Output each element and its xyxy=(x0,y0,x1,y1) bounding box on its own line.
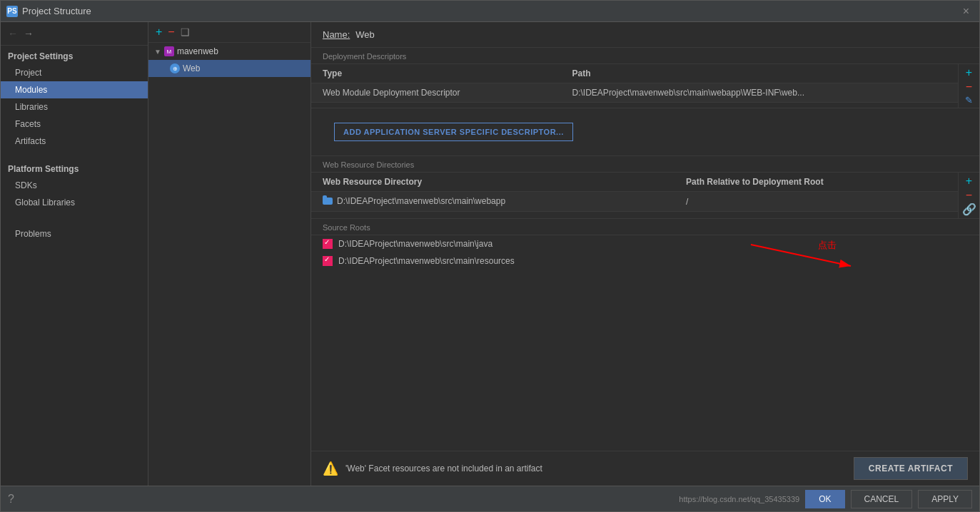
project-structure-window: PS Project Structure × ← → Project Setti… xyxy=(0,0,980,512)
content-panel: Name: Web Deployment Descriptors Type Pa… xyxy=(311,22,979,486)
deployment-section-title: Deployment Descriptors xyxy=(311,48,979,64)
checkbox-java[interactable] xyxy=(323,239,333,249)
sidebar-item-sdks[interactable]: SDKs xyxy=(1,177,148,194)
title-bar: PS Project Structure × xyxy=(1,1,979,22)
sidebar-item-problems[interactable]: Problems xyxy=(1,225,148,242)
tree-root-node[interactable]: ▼ M mavenweb xyxy=(148,43,310,60)
add-descriptor-button[interactable]: ADD APPLICATION SERVER SPECIFIC DESCRIPT… xyxy=(334,123,573,141)
name-value: Web xyxy=(355,29,375,40)
folder-icon xyxy=(323,198,333,205)
project-settings-label: Project Settings xyxy=(1,46,148,64)
deployment-table: Type Path Web Module Deployment Descript… xyxy=(311,64,958,103)
tree-root-label: mavenweb xyxy=(177,46,218,56)
window-title: Project Structure xyxy=(22,6,91,16)
warning-text: 'Web' Facet resources are not included i… xyxy=(345,464,847,473)
main-content: ← → Project Settings Project Modules Lib… xyxy=(1,22,979,486)
url-bar: https://blog.csdn.net/qq_35435339 xyxy=(679,495,799,503)
nav-arrows: ← → xyxy=(1,22,148,46)
add-web-resource-icon[interactable]: + xyxy=(966,175,972,187)
web-icon: ⊕ xyxy=(170,63,180,73)
tree-toolbar: + − ❑ xyxy=(148,22,310,43)
source-root-row-2: D:\IDEAProject\mavenweb\src\main\resourc… xyxy=(311,252,979,270)
edit-descriptor-icon[interactable]: ✎ xyxy=(965,96,973,105)
title-bar-left: PS Project Structure xyxy=(6,6,91,17)
warning-icon: ⚠️ xyxy=(323,461,338,476)
bottom-actions: https://blog.csdn.net/qq_35435339 OK CAN… xyxy=(679,490,972,508)
close-button[interactable]: × xyxy=(959,4,974,19)
sidebar-item-modules[interactable]: Modules xyxy=(1,81,148,98)
tree-web-label: Web xyxy=(183,63,200,73)
row-type: Web Module Deployment Descriptor xyxy=(311,83,561,103)
source-path-resources: D:\IDEAProject\mavenweb\src\main\resourc… xyxy=(338,256,515,266)
table-row[interactable]: D:\IDEAProject\mavenweb\src\main\webapp … xyxy=(311,192,958,212)
remove-descriptor-icon[interactable]: − xyxy=(966,81,972,93)
source-roots-section-title: Source Roots xyxy=(311,219,979,235)
annotation-arrow xyxy=(722,241,865,277)
table-row[interactable]: Web Module Deployment Descriptor D:\IDEA… xyxy=(311,83,958,103)
source-path-java: D:\IDEAProject\mavenweb\src\main\java xyxy=(338,239,492,249)
col-web-directory: Web Resource Directory xyxy=(311,173,675,192)
warning-bar: ⚠️ 'Web' Facet resources are not include… xyxy=(311,451,979,486)
col-relative-path: Path Relative to Deployment Root xyxy=(675,173,958,192)
web-resource-table-main: Web Resource Directory Path Relative to … xyxy=(311,173,958,218)
bottom-bar: ? https://blog.csdn.net/qq_35435339 OK C… xyxy=(1,486,979,511)
web-resource-table: Web Resource Directory Path Relative to … xyxy=(311,173,958,212)
col-path: Path xyxy=(561,64,958,83)
app-icon: PS xyxy=(6,6,18,17)
ok-button[interactable]: OK xyxy=(805,490,844,508)
tree-web-node[interactable]: ⊕ Web xyxy=(148,60,310,77)
content-header: Name: Web xyxy=(311,22,979,48)
deployment-table-main: Type Path Web Module Deployment Descript… xyxy=(311,64,958,108)
forward-arrow[interactable]: → xyxy=(22,26,35,41)
web-dir-path: D:\IDEAProject\mavenweb\src\main\webapp xyxy=(311,192,675,212)
web-resource-action-buttons: + − 🔗 xyxy=(958,173,979,218)
sidebar-item-global-libraries[interactable]: Global Libraries xyxy=(1,194,148,211)
web-resource-section-title: Web Resource Directories xyxy=(311,156,979,173)
tree-add-button[interactable]: + xyxy=(154,26,163,39)
relative-path: / xyxy=(675,192,958,212)
cancel-button[interactable]: CANCEL xyxy=(851,490,913,508)
svg-line-1 xyxy=(751,245,851,266)
chevron-down-icon: ▼ xyxy=(154,48,161,56)
row-path: D:\IDEAProject\mavenweb\src\main\webapp\… xyxy=(561,83,958,103)
platform-settings-label: Platform Settings xyxy=(1,158,148,177)
tree-panel: + − ❑ ▼ M mavenweb ⊕ Web xyxy=(148,22,311,486)
table-action-buttons: + − ✎ xyxy=(958,64,979,108)
sidebar-item-facets[interactable]: Facets xyxy=(1,116,148,133)
module-icon: M xyxy=(164,46,174,56)
add-descriptor-icon[interactable]: + xyxy=(966,67,972,78)
sidebar-item-libraries[interactable]: Libraries xyxy=(1,98,148,116)
name-label: Name: xyxy=(323,29,350,40)
create-artifact-button[interactable]: CREATE ARTIFACT xyxy=(854,457,968,480)
checkbox-resources[interactable] xyxy=(323,256,333,266)
link-icon[interactable]: 🔗 xyxy=(962,204,976,215)
sidebar-item-artifacts[interactable]: Artifacts xyxy=(1,133,148,150)
deployment-table-container: Type Path Web Module Deployment Descript… xyxy=(311,64,979,108)
web-resource-table-container: Web Resource Directory Path Relative to … xyxy=(311,173,979,219)
sidebar-item-project[interactable]: Project xyxy=(1,64,148,81)
annotation-area: 点击 D:\IDEAProject\mavenweb\src\main\java xyxy=(311,235,979,270)
content-scrollable: Deployment Descriptors Type Path xyxy=(311,48,979,451)
back-arrow[interactable]: ← xyxy=(6,26,19,41)
source-root-row-1: D:\IDEAProject\mavenweb\src\main\java xyxy=(311,235,979,252)
sidebar: ← → Project Settings Project Modules Lib… xyxy=(1,22,148,486)
help-button[interactable]: ? xyxy=(8,493,14,506)
tree-copy-button[interactable]: ❑ xyxy=(179,26,191,38)
col-type: Type xyxy=(311,64,561,83)
apply-button[interactable]: APPLY xyxy=(918,490,972,508)
remove-web-resource-icon[interactable]: − xyxy=(966,190,972,201)
tree-remove-button[interactable]: − xyxy=(166,26,176,39)
